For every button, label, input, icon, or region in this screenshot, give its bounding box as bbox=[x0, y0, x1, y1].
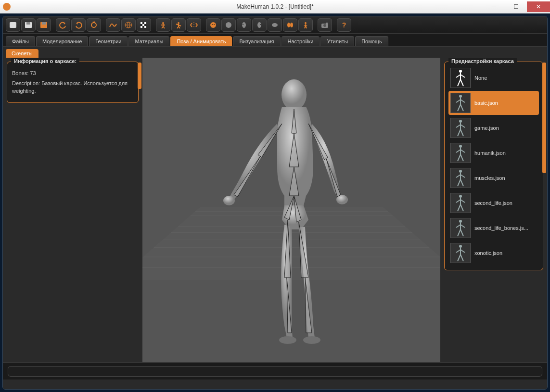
main-tabs: Файлы Моделирование Геометрии Материалы … bbox=[3, 34, 547, 46]
preset-item-1[interactable]: basic.json bbox=[448, 91, 539, 115]
preset-label: basic.json bbox=[474, 100, 498, 106]
svg-point-48 bbox=[223, 196, 235, 205]
preset-item-4[interactable]: muscles.json bbox=[448, 166, 539, 190]
svg-line-81 bbox=[460, 179, 463, 186]
workspace: Информация о каркасе: Bones: 73 Descript… bbox=[3, 58, 547, 362]
svg-rect-4 bbox=[42, 22, 46, 25]
view-top-button[interactable] bbox=[268, 18, 282, 32]
minimize-button[interactable]: ─ bbox=[483, 1, 505, 12]
preset-item-3[interactable]: humanik.json bbox=[448, 141, 539, 165]
redo-button[interactable] bbox=[71, 18, 86, 32]
maximize-button[interactable]: ☐ bbox=[505, 1, 527, 12]
svg-rect-2 bbox=[26, 22, 30, 25]
svg-line-62 bbox=[458, 104, 460, 111]
view-left-button[interactable] bbox=[237, 18, 251, 32]
svg-point-30 bbox=[212, 24, 213, 25]
view-global-button[interactable] bbox=[298, 18, 313, 32]
svg-point-23 bbox=[178, 22, 179, 24]
checker-button[interactable] bbox=[137, 18, 151, 32]
svg-line-54 bbox=[456, 75, 460, 77]
svg-line-68 bbox=[458, 129, 460, 136]
preset-thumb-icon bbox=[450, 93, 471, 113]
viewport-3d[interactable] bbox=[142, 58, 440, 362]
svg-line-80 bbox=[458, 179, 460, 186]
help-button[interactable]: ? bbox=[337, 18, 351, 32]
svg-point-29 bbox=[210, 22, 216, 28]
svg-line-69 bbox=[460, 129, 463, 136]
symmetry-button[interactable] bbox=[187, 18, 201, 32]
app-inner: ? Файлы Моделирование Геометрии Материал… bbox=[2, 16, 548, 390]
svg-point-50 bbox=[279, 336, 296, 344]
tab-help[interactable]: Помощь bbox=[355, 36, 388, 46]
svg-point-52 bbox=[459, 70, 462, 73]
reset-button[interactable] bbox=[87, 18, 101, 32]
preset-item-6[interactable]: second_life_bones.js... bbox=[448, 216, 539, 240]
svg-text:?: ? bbox=[342, 21, 346, 29]
svg-point-70 bbox=[459, 145, 462, 148]
svg-point-88 bbox=[459, 220, 462, 223]
human-figure bbox=[205, 71, 378, 350]
tab-geometry[interactable]: Геометрии bbox=[89, 36, 128, 46]
view-front-button[interactable] bbox=[206, 18, 220, 32]
svg-line-73 bbox=[460, 150, 465, 152]
view-back-button[interactable] bbox=[221, 18, 236, 32]
right-scroll-indicator[interactable] bbox=[542, 63, 546, 173]
bones-count: Bones: 73 bbox=[12, 70, 133, 77]
preset-thumb-icon bbox=[450, 168, 471, 188]
svg-line-42 bbox=[306, 25, 307, 28]
tab-rendering[interactable]: Визуализация bbox=[233, 36, 280, 46]
pose2-button[interactable] bbox=[171, 18, 186, 32]
save-button[interactable] bbox=[21, 18, 36, 32]
undo-button[interactable] bbox=[56, 18, 70, 32]
preset-item-2[interactable]: game.json bbox=[448, 116, 539, 140]
preset-label: second_life_bones.js... bbox=[474, 225, 528, 231]
view-right-button[interactable] bbox=[252, 18, 267, 32]
view-feet-button[interactable] bbox=[283, 18, 297, 32]
tab-utilities[interactable]: Утилиты bbox=[320, 36, 354, 46]
command-input[interactable] bbox=[8, 366, 542, 377]
right-panel: Преднастройки каркаса Nonebasic.jsongame… bbox=[440, 58, 547, 362]
preset-label: muscles.json bbox=[474, 175, 505, 181]
pose-button[interactable] bbox=[156, 18, 170, 32]
svg-line-85 bbox=[460, 200, 465, 202]
export-button[interactable] bbox=[37, 18, 51, 32]
svg-line-96 bbox=[456, 250, 460, 253]
svg-line-66 bbox=[456, 125, 460, 127]
info-title: Информация о каркасе: bbox=[11, 58, 79, 64]
svg-rect-10 bbox=[142, 22, 144, 24]
preset-item-7[interactable]: xonotic.json bbox=[448, 241, 539, 265]
sub-tabs: Скелеты bbox=[3, 46, 547, 58]
titlebar[interactable]: MakeHuman 1.0.2 - [Untitled]* ─ ☐ ✕ bbox=[0, 0, 550, 13]
svg-line-74 bbox=[458, 154, 460, 161]
tab-pose-animate[interactable]: Поза / Анимировать bbox=[170, 36, 232, 46]
svg-point-37 bbox=[272, 23, 278, 27]
status-bar bbox=[3, 379, 547, 389]
tab-materials[interactable]: Материалы bbox=[128, 36, 169, 46]
svg-rect-9 bbox=[141, 22, 142, 24]
svg-point-76 bbox=[459, 170, 462, 173]
smooth-button[interactable] bbox=[106, 18, 120, 32]
svg-line-91 bbox=[460, 225, 465, 228]
svg-line-72 bbox=[456, 150, 460, 152]
preset-thumb-icon bbox=[450, 193, 471, 213]
camera-button[interactable] bbox=[318, 18, 332, 32]
preset-label: xonotic.json bbox=[474, 250, 502, 256]
preset-item-0[interactable]: None bbox=[448, 66, 539, 90]
svg-point-47 bbox=[281, 79, 307, 110]
tab-settings[interactable]: Настройки bbox=[281, 36, 320, 46]
subtab-skeletons[interactable]: Скелеты bbox=[6, 49, 38, 58]
svg-rect-11 bbox=[144, 22, 146, 24]
new-file-button[interactable] bbox=[6, 18, 20, 32]
svg-rect-12 bbox=[141, 24, 142, 26]
preset-item-5[interactable]: second_life.json bbox=[448, 191, 539, 215]
preset-list: Nonebasic.jsongame.jsonhumanik.jsonmuscl… bbox=[448, 66, 539, 265]
skeleton-presets-box: Преднастройки каркаса Nonebasic.jsongame… bbox=[444, 62, 543, 270]
left-scroll-indicator[interactable] bbox=[138, 63, 141, 89]
tab-files[interactable]: Файлы bbox=[6, 36, 35, 46]
svg-point-38 bbox=[287, 23, 290, 27]
preset-thumb-icon bbox=[450, 218, 471, 238]
wireframe-button[interactable] bbox=[121, 18, 136, 32]
tab-modeling[interactable]: Моделирование bbox=[36, 36, 88, 46]
application-window: MakeHuman 1.0.2 - [Untitled]* ─ ☐ ✕ bbox=[0, 0, 550, 392]
close-button[interactable]: ✕ bbox=[527, 1, 550, 12]
